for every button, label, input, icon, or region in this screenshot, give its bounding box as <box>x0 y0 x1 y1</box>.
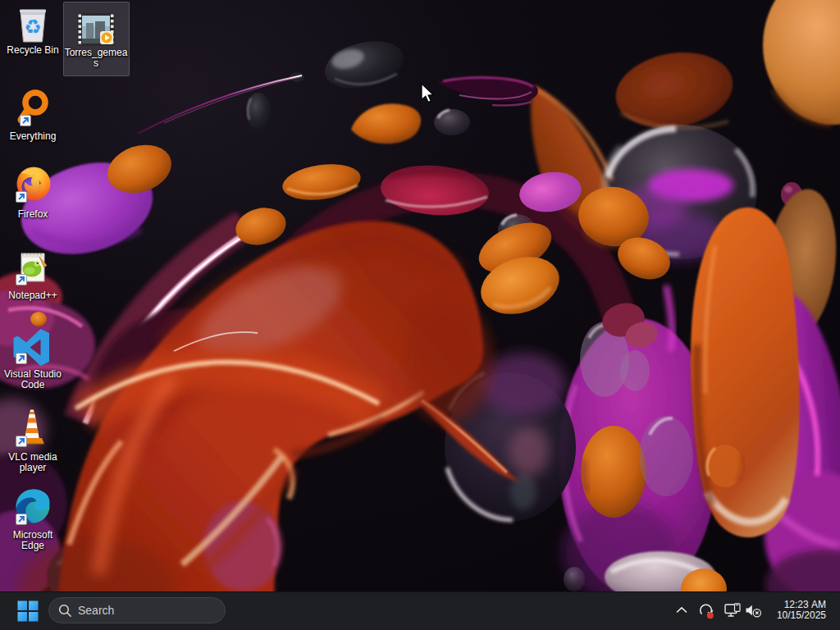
svg-text:♻: ♻ <box>24 16 42 38</box>
